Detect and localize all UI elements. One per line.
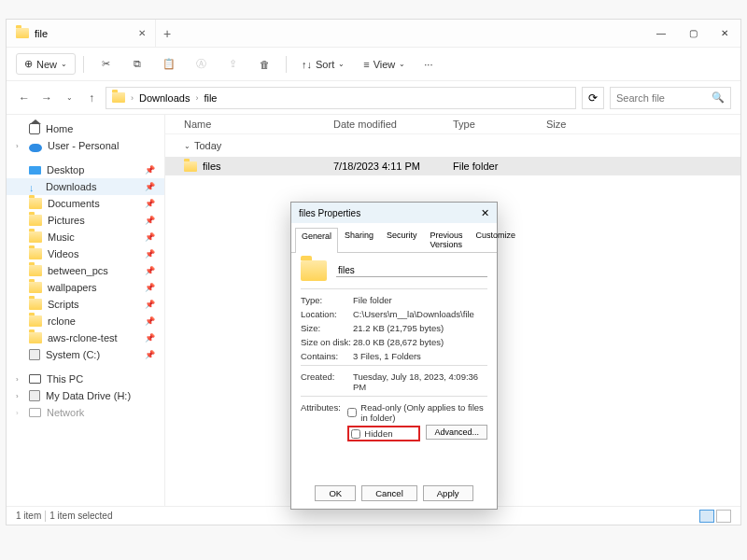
- group-header-today[interactable]: ⌄ Today: [165, 134, 740, 157]
- close-button[interactable]: ✕: [709, 20, 740, 48]
- view-button[interactable]: ≡ View ⌄: [356, 55, 413, 74]
- up-button[interactable]: ↑: [83, 91, 100, 105]
- sidebar-label: Pictures: [48, 215, 85, 226]
- tab-sharing[interactable]: Sharing: [338, 227, 380, 252]
- refresh-button[interactable]: ⟳: [582, 87, 604, 109]
- new-tab-button[interactable]: +: [156, 26, 178, 41]
- close-tab-icon[interactable]: ✕: [138, 28, 146, 38]
- cut-button[interactable]: ✂: [92, 54, 120, 75]
- cancel-button[interactable]: Cancel: [361, 485, 417, 501]
- rename-icon: Ⓐ: [194, 58, 207, 71]
- folder-icon: [184, 161, 197, 172]
- back-button[interactable]: ←: [16, 91, 33, 105]
- chevron-down-icon: ⌄: [338, 60, 345, 68]
- column-header-type[interactable]: Type: [453, 119, 546, 130]
- hidden-checkbox[interactable]: Hidden: [351, 428, 392, 439]
- history-dropdown[interactable]: ⌄: [61, 93, 78, 102]
- status-item-count: 1 item: [16, 511, 41, 521]
- chevron-right-icon: ›: [16, 142, 23, 150]
- documents-icon: [29, 198, 42, 209]
- view-label: View: [374, 59, 396, 70]
- toolbar: ⊕ New ⌄ ✂ ⧉ 📋 Ⓐ ⇪ 🗑 ↑↓ Sort ⌄ ≡ View ⌄ ·…: [7, 48, 740, 81]
- sidebar-item-this-pc[interactable]: ›This PC: [7, 371, 164, 387]
- share-button[interactable]: ⇪: [218, 54, 247, 75]
- column-header-date[interactable]: Date modified: [333, 119, 453, 130]
- sidebar-label: This PC: [47, 373, 83, 385]
- close-icon[interactable]: ✕: [481, 207, 489, 219]
- sidebar-item-network[interactable]: ›Network: [7, 404, 164, 421]
- sidebar-item-desktop[interactable]: Desktop📌: [7, 161, 164, 178]
- tab-security[interactable]: Security: [380, 227, 424, 252]
- folder-icon: [29, 265, 42, 276]
- sidebar-label: wallpapers: [48, 282, 97, 293]
- column-header-size[interactable]: Size: [546, 119, 602, 130]
- readonly-checkbox-input[interactable]: [347, 408, 357, 417]
- sidebar: Home ›User - Personal Desktop📌 Downloads…: [7, 115, 165, 506]
- readonly-checkbox[interactable]: Read-only (Only applies to files in fold…: [347, 402, 487, 423]
- trash-icon: 🗑: [258, 58, 271, 71]
- paste-icon: 📋: [162, 58, 176, 71]
- window-tab[interactable]: file ✕: [7, 20, 156, 48]
- sidebar-item-between-pcs[interactable]: between_pcs📌: [7, 262, 164, 279]
- tab-previous-versions[interactable]: Previous Versions: [424, 227, 470, 252]
- sidebar-item-system-c[interactable]: System (C:)📌: [7, 346, 164, 363]
- sidebar-item-rclone[interactable]: rclone📌: [7, 313, 164, 329]
- type-value: File folder: [353, 295, 487, 305]
- sidebar-item-pictures[interactable]: Pictures📌: [7, 212, 164, 229]
- advanced-button[interactable]: Advanced...: [426, 425, 487, 440]
- sidebar-label: rclone: [48, 315, 76, 327]
- copy-button[interactable]: ⧉: [123, 54, 151, 75]
- size-on-disk-label: Size on disk:: [301, 337, 353, 347]
- delete-button[interactable]: 🗑: [250, 54, 278, 75]
- pictures-icon: [29, 215, 42, 226]
- sidebar-item-home[interactable]: Home: [7, 120, 164, 137]
- pin-icon: 📌: [145, 249, 155, 259]
- separator: [301, 396, 487, 397]
- sort-icon: ↑↓: [302, 59, 312, 70]
- forward-button[interactable]: →: [38, 91, 55, 105]
- sidebar-item-downloads[interactable]: Downloads📌: [7, 178, 164, 195]
- address-bar[interactable]: › Downloads › file: [106, 87, 576, 109]
- rename-button[interactable]: Ⓐ: [187, 54, 215, 75]
- column-header-name[interactable]: Name: [184, 119, 333, 130]
- search-input[interactable]: Search file 🔍: [610, 87, 731, 109]
- sidebar-item-aws-rclone-test[interactable]: aws-rclone-test📌: [7, 329, 164, 346]
- more-button[interactable]: ···: [416, 55, 440, 74]
- sidebar-item-music[interactable]: Music📌: [7, 229, 164, 245]
- sidebar-label: Music: [48, 231, 75, 243]
- sidebar-item-user-onedrive[interactable]: ›User - Personal: [7, 137, 164, 154]
- tab-customize[interactable]: Customize: [470, 227, 523, 252]
- pin-icon: 📌: [145, 199, 155, 208]
- pin-icon: 📌: [145, 350, 155, 359]
- sidebar-item-documents[interactable]: Documents📌: [7, 195, 164, 212]
- sidebar-item-scripts[interactable]: Scripts📌: [7, 296, 164, 313]
- maximize-button[interactable]: ▢: [677, 20, 709, 48]
- sidebar-item-videos[interactable]: Videos📌: [7, 245, 164, 262]
- pin-icon: 📌: [145, 216, 155, 225]
- cloud-icon: [29, 144, 42, 152]
- sort-button[interactable]: ↑↓ Sort ⌄: [294, 55, 352, 74]
- dialog-titlebar[interactable]: files Properties ✕: [291, 203, 497, 223]
- breadcrumb-file[interactable]: file: [204, 92, 217, 104]
- file-name: files: [203, 161, 221, 172]
- paste-button[interactable]: 📋: [155, 54, 183, 75]
- apply-button[interactable]: Apply: [423, 485, 473, 501]
- sidebar-item-wallpapers[interactable]: wallpapers📌: [7, 279, 164, 296]
- hidden-checkbox-input[interactable]: [351, 429, 360, 439]
- contains-label: Contains:: [301, 351, 353, 361]
- share-icon: ⇪: [226, 58, 239, 71]
- minimize-button[interactable]: —: [645, 20, 677, 48]
- table-row[interactable]: files 7/18/2023 4:11 PM File folder: [165, 157, 740, 175]
- tab-general[interactable]: General: [295, 228, 338, 253]
- new-button[interactable]: ⊕ New ⌄: [16, 53, 76, 75]
- breadcrumb-downloads[interactable]: Downloads: [139, 92, 190, 104]
- videos-icon: [29, 248, 42, 259]
- ok-button[interactable]: OK: [315, 485, 356, 501]
- folder-name-input[interactable]: [336, 264, 487, 277]
- dialog-title: files Properties: [299, 208, 360, 218]
- sidebar-item-my-data-drive[interactable]: ›My Data Drive (H:): [7, 387, 164, 404]
- thumbnails-view-button[interactable]: [716, 510, 731, 523]
- details-view-button[interactable]: [699, 510, 714, 523]
- created-value: Tuesday, July 18, 2023, 4:09:36 PM: [353, 371, 487, 392]
- folder-icon: [29, 299, 42, 310]
